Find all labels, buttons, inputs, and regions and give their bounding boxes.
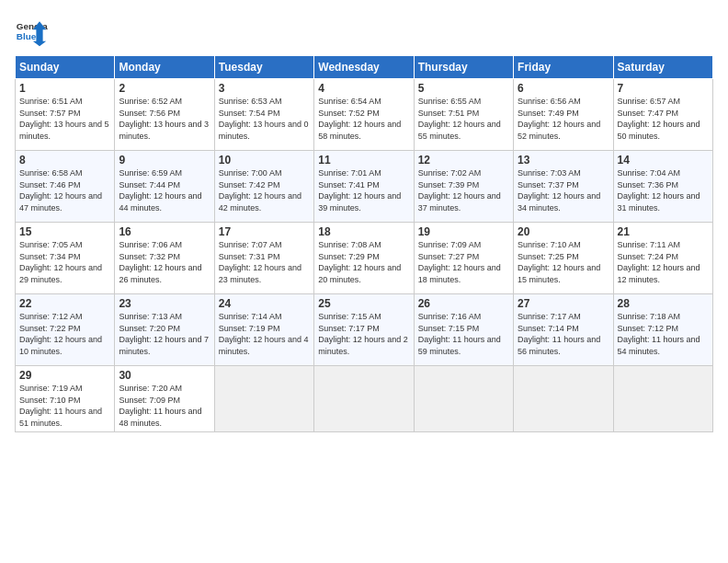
day-info: Sunrise: 7:16 AMSunset: 7:15 PMDaylight:… [418, 312, 501, 356]
day-info: Sunrise: 7:06 AMSunset: 7:32 PMDaylight:… [119, 240, 201, 284]
day-number: 17 [219, 225, 310, 238]
empty-cell [414, 366, 513, 432]
day-number: 13 [518, 154, 609, 167]
day-info: Sunrise: 6:52 AMSunset: 7:56 PMDaylight:… [119, 97, 209, 141]
empty-cell [613, 366, 712, 432]
col-sunday: Sunday [16, 56, 115, 79]
table-row: 3 Sunrise: 6:53 AMSunset: 7:54 PMDayligh… [214, 79, 313, 151]
day-info: Sunrise: 6:51 AMSunset: 7:57 PMDaylight:… [19, 97, 109, 141]
page: General Blue Sunday Monday Tuesday Wedne… [0, 0, 728, 563]
day-info: Sunrise: 7:11 AMSunset: 7:24 PMDaylight:… [618, 240, 700, 284]
day-number: 7 [618, 82, 709, 95]
calendar-week-row: 8 Sunrise: 6:58 AMSunset: 7:46 PMDayligh… [16, 151, 713, 223]
table-row: 28 Sunrise: 7:18 AMSunset: 7:12 PMDaylig… [613, 294, 712, 366]
table-row: 5 Sunrise: 6:55 AMSunset: 7:51 PMDayligh… [414, 79, 513, 151]
col-wednesday: Wednesday [314, 56, 414, 79]
day-number: 21 [618, 225, 709, 238]
empty-cell [314, 366, 414, 432]
calendar-header-row: Sunday Monday Tuesday Wednesday Thursday… [16, 56, 713, 79]
empty-cell [214, 366, 313, 432]
day-info: Sunrise: 7:03 AMSunset: 7:37 PMDaylight:… [518, 168, 600, 213]
day-info: Sunrise: 7:05 AMSunset: 7:34 PMDaylight:… [19, 240, 102, 284]
day-number: 15 [19, 225, 110, 238]
day-number: 6 [518, 82, 609, 95]
calendar-week-row: 15 Sunrise: 7:05 AMSunset: 7:34 PMDaylig… [16, 223, 713, 294]
day-info: Sunrise: 6:57 AMSunset: 7:47 PMDaylight:… [618, 97, 700, 141]
day-info: Sunrise: 6:53 AMSunset: 7:54 PMDaylight:… [219, 97, 309, 141]
table-row: 29 Sunrise: 7:19 AMSunset: 7:10 PMDaylig… [16, 366, 115, 432]
day-number: 5 [418, 82, 509, 95]
day-number: 19 [418, 225, 509, 238]
day-number: 23 [119, 297, 210, 310]
calendar-week-row: 29 Sunrise: 7:19 AMSunset: 7:10 PMDaylig… [16, 366, 713, 432]
day-info: Sunrise: 7:00 AMSunset: 7:42 PMDaylight:… [219, 168, 301, 213]
table-row: 8 Sunrise: 6:58 AMSunset: 7:46 PMDayligh… [16, 151, 115, 223]
day-number: 11 [318, 154, 409, 167]
calendar-body: 1 Sunrise: 6:51 AMSunset: 7:57 PMDayligh… [16, 79, 713, 432]
day-number: 24 [219, 297, 310, 310]
day-number: 30 [119, 369, 210, 382]
day-number: 29 [19, 369, 110, 382]
day-number: 9 [119, 154, 210, 167]
day-number: 14 [618, 154, 709, 167]
day-info: Sunrise: 6:55 AMSunset: 7:51 PMDaylight:… [418, 97, 501, 141]
day-number: 20 [518, 225, 609, 238]
col-tuesday: Tuesday [214, 56, 313, 79]
day-number: 18 [318, 225, 409, 238]
table-row: 30 Sunrise: 7:20 AMSunset: 7:09 PMDaylig… [115, 366, 214, 432]
table-row: 10 Sunrise: 7:00 AMSunset: 7:42 PMDaylig… [214, 151, 313, 223]
table-row: 17 Sunrise: 7:07 AMSunset: 7:31 PMDaylig… [214, 223, 313, 294]
svg-text:Blue: Blue [17, 31, 37, 41]
calendar-week-row: 1 Sunrise: 6:51 AMSunset: 7:57 PMDayligh… [16, 79, 713, 151]
day-number: 26 [418, 297, 509, 310]
day-info: Sunrise: 7:07 AMSunset: 7:31 PMDaylight:… [219, 240, 301, 284]
day-info: Sunrise: 7:20 AMSunset: 7:09 PMDaylight:… [119, 384, 201, 428]
table-row: 14 Sunrise: 7:04 AMSunset: 7:36 PMDaylig… [613, 151, 712, 223]
logo: General Blue [15, 15, 48, 48]
day-info: Sunrise: 6:59 AMSunset: 7:44 PMDaylight:… [119, 168, 201, 213]
day-info: Sunrise: 6:58 AMSunset: 7:46 PMDaylight:… [19, 168, 102, 213]
day-info: Sunrise: 7:15 AMSunset: 7:17 PMDaylight:… [318, 312, 408, 356]
table-row: 20 Sunrise: 7:10 AMSunset: 7:25 PMDaylig… [514, 223, 613, 294]
day-info: Sunrise: 7:09 AMSunset: 7:27 PMDaylight:… [418, 240, 501, 284]
day-info: Sunrise: 6:54 AMSunset: 7:52 PMDaylight:… [318, 97, 401, 141]
table-row: 6 Sunrise: 6:56 AMSunset: 7:49 PMDayligh… [514, 79, 613, 151]
table-row: 19 Sunrise: 7:09 AMSunset: 7:27 PMDaylig… [414, 223, 513, 294]
day-info: Sunrise: 7:08 AMSunset: 7:29 PMDaylight:… [318, 240, 401, 284]
table-row: 16 Sunrise: 7:06 AMSunset: 7:32 PMDaylig… [115, 223, 214, 294]
day-number: 8 [19, 154, 110, 167]
day-number: 22 [19, 297, 110, 310]
day-info: Sunrise: 7:10 AMSunset: 7:25 PMDaylight:… [518, 240, 600, 284]
table-row: 15 Sunrise: 7:05 AMSunset: 7:34 PMDaylig… [16, 223, 115, 294]
table-row: 9 Sunrise: 6:59 AMSunset: 7:44 PMDayligh… [115, 151, 214, 223]
day-number: 16 [119, 225, 210, 238]
table-row: 24 Sunrise: 7:14 AMSunset: 7:19 PMDaylig… [214, 294, 313, 366]
day-info: Sunrise: 7:18 AMSunset: 7:12 PMDaylight:… [618, 312, 700, 356]
day-info: Sunrise: 7:13 AMSunset: 7:20 PMDaylight:… [119, 312, 209, 356]
logo-icon: General Blue [15, 15, 48, 48]
col-saturday: Saturday [613, 56, 712, 79]
day-info: Sunrise: 7:01 AMSunset: 7:41 PMDaylight:… [318, 168, 401, 213]
day-info: Sunrise: 6:56 AMSunset: 7:49 PMDaylight:… [518, 97, 600, 141]
day-info: Sunrise: 7:12 AMSunset: 7:22 PMDaylight:… [19, 312, 102, 356]
table-row: 25 Sunrise: 7:15 AMSunset: 7:17 PMDaylig… [314, 294, 414, 366]
day-info: Sunrise: 7:17 AMSunset: 7:14 PMDaylight:… [518, 312, 600, 356]
table-row: 27 Sunrise: 7:17 AMSunset: 7:14 PMDaylig… [514, 294, 613, 366]
table-row: 21 Sunrise: 7:11 AMSunset: 7:24 PMDaylig… [613, 223, 712, 294]
day-number: 10 [219, 154, 310, 167]
day-info: Sunrise: 7:14 AMSunset: 7:19 PMDaylight:… [219, 312, 309, 356]
day-info: Sunrise: 7:19 AMSunset: 7:10 PMDaylight:… [19, 384, 102, 428]
empty-cell [514, 366, 613, 432]
table-row: 12 Sunrise: 7:02 AMSunset: 7:39 PMDaylig… [414, 151, 513, 223]
day-number: 4 [318, 82, 409, 95]
table-row: 1 Sunrise: 6:51 AMSunset: 7:57 PMDayligh… [16, 79, 115, 151]
day-number: 27 [518, 297, 609, 310]
day-info: Sunrise: 7:02 AMSunset: 7:39 PMDaylight:… [418, 168, 501, 213]
header: General Blue [15, 15, 713, 48]
day-info: Sunrise: 7:04 AMSunset: 7:36 PMDaylight:… [618, 168, 700, 213]
day-number: 2 [119, 82, 210, 95]
table-row: 7 Sunrise: 6:57 AMSunset: 7:47 PMDayligh… [613, 79, 712, 151]
calendar-week-row: 22 Sunrise: 7:12 AMSunset: 7:22 PMDaylig… [16, 294, 713, 366]
table-row: 22 Sunrise: 7:12 AMSunset: 7:22 PMDaylig… [16, 294, 115, 366]
table-row: 11 Sunrise: 7:01 AMSunset: 7:41 PMDaylig… [314, 151, 414, 223]
